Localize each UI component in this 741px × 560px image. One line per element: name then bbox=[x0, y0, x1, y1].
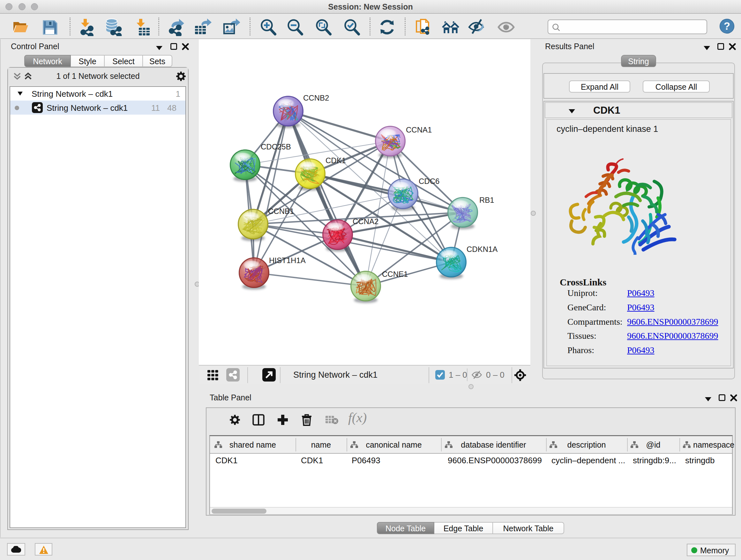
svg-text:CDC6: CDC6 bbox=[419, 177, 440, 186]
svg-text:CCNA1: CCNA1 bbox=[406, 125, 432, 134]
svg-text:CDK1: CDK1 bbox=[326, 156, 346, 165]
svg-text:CCNA2: CCNA2 bbox=[353, 217, 379, 226]
svg-text:HIST1H1A: HIST1H1A bbox=[269, 256, 306, 265]
svg-text:CCNE1: CCNE1 bbox=[382, 270, 408, 278]
svg-text:?: ? bbox=[724, 20, 730, 32]
svg-text:RB1: RB1 bbox=[479, 196, 494, 204]
svg-text:CCNB2: CCNB2 bbox=[303, 94, 329, 102]
svg-text:CCNB1: CCNB1 bbox=[268, 207, 294, 215]
svg-text:CDKN1A: CDKN1A bbox=[467, 245, 497, 253]
svg-text:CDC25B: CDC25B bbox=[261, 142, 291, 151]
